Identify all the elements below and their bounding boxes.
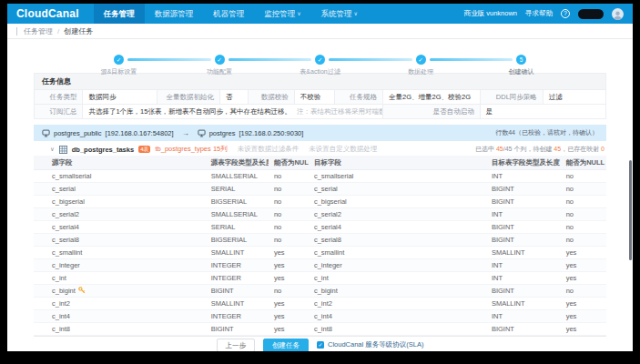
target-field-link[interactable]: c_smallserial — [309, 170, 486, 183]
source-null-cell: yes — [269, 259, 309, 272]
wizard-step-1[interactable]: ✓功能配置 — [215, 55, 225, 65]
avatar[interactable] — [612, 8, 624, 20]
custom-processing-note: 未设置自定义数据处理 — [309, 145, 377, 154]
source-type-cell: BIGSERIAL — [206, 196, 269, 208]
previous-step-button[interactable]: 上一步 — [217, 339, 256, 352]
table-row: c_bigintBIGINTnoc_bigintBIGINTno — [34, 285, 606, 298]
table-name: tb_postgres_types — [155, 145, 210, 153]
step-connector — [430, 58, 513, 61]
wizard-step-2[interactable]: ✓表&action过滤 — [315, 55, 325, 65]
wizard-step-0[interactable]: ✓源&目标设置 — [114, 55, 124, 65]
wizard-stepper: ✓源&目标设置✓功能配置✓表&action过滤✓数据处理5创建确认 — [34, 44, 606, 69]
table-row: c_intINTEGERyesc_intINTyes — [34, 272, 606, 285]
row-count-summary: 行数44（已校验，请核对，待确认） — [495, 128, 598, 137]
info-label-1: 全量数据初始化 — [157, 90, 220, 105]
table-row: c_smallintSMALLINTyesc_smallintSMALLINTy… — [34, 247, 606, 259]
source-type-cell: INTEGER — [206, 310, 269, 323]
wizard-step-4[interactable]: 5创建确认 — [516, 55, 526, 65]
nav-item-2[interactable]: 机器管理 — [203, 4, 254, 24]
column-header-0: 源字段 — [34, 156, 206, 170]
target-type-cell: INT — [486, 272, 561, 285]
subscription-summary-note: 注：表结构迁移将采用对端数据库默认的collation — [297, 107, 383, 116]
nav-item-4[interactable]: 系统管理∨ — [311, 4, 368, 24]
wizard-step-3[interactable]: ✓数据处理 — [416, 55, 426, 65]
step-label: 数据处理 — [408, 67, 433, 76]
source-null-cell: yes — [269, 272, 309, 285]
table-grid-icon — [59, 146, 67, 154]
dark-pill-toggle[interactable] — [578, 9, 604, 19]
column-mapping-table: 源字段源表字段类型及长度能否为NULL目标字段目标表字段类型及长度能否为NULL… — [34, 156, 606, 336]
step-check-icon: ✓ — [114, 55, 124, 65]
target-field-link[interactable]: c_int2 — [309, 298, 486, 310]
source-type-cell: INTEGER — [206, 272, 269, 285]
target-field-link[interactable]: c_bigint — [309, 285, 486, 298]
breadcrumb-root[interactable]: 任务管理 — [24, 26, 53, 36]
target-field-link[interactable]: c_serial4 — [309, 221, 486, 234]
summary-part: 已选中 — [475, 146, 496, 152]
info-label-3: 任务规格 — [334, 90, 382, 105]
nav-item-0[interactable]: 任务管理 — [94, 4, 145, 24]
table-row: c_serial8BIGSERIALnoc_serial8BIGINTno — [34, 234, 606, 247]
footer-bar: 上一步 创建任务 ✓ CloudCanal 服务等级协议(SLA) — [34, 336, 606, 351]
target-field-link[interactable]: c_bigserial — [309, 196, 486, 208]
summary-part: 0 — [601, 146, 604, 152]
target-field-link[interactable]: c_int8 — [309, 323, 486, 336]
chevron-down-icon[interactable]: ∨ — [50, 146, 55, 153]
brand-logo[interactable]: CloudCanal — [16, 7, 79, 20]
help-link[interactable]: 寻求帮助 — [525, 9, 553, 18]
table-column-count: 15列 — [213, 145, 228, 153]
source-null-cell: yes — [269, 310, 309, 323]
table-row: c_serial2SMALLSERIALnoc_serial2INTno — [34, 208, 606, 221]
source-null-cell: no — [269, 196, 309, 208]
sla-checkbox[interactable]: ✓ — [317, 341, 324, 349]
target-type-cell: BIGINT — [486, 221, 561, 234]
sla-agreement-label[interactable]: CloudCanal 服务等级协议(SLA) — [328, 340, 423, 349]
step-check-icon: ✓ — [215, 55, 225, 65]
source-type-cell: BIGINT — [206, 285, 269, 298]
target-type-cell: BIGINT — [486, 196, 561, 208]
info-value-2: 不校验 — [294, 90, 334, 105]
target-field-link[interactable]: c_serial — [309, 183, 486, 196]
table-row: c_integerINTEGERyesc_integerINTyes — [34, 259, 606, 272]
target-field-link[interactable]: c_serial2 — [309, 208, 486, 221]
target-field-link[interactable]: c_int4 — [309, 310, 486, 323]
target-field-link[interactable]: c_int — [309, 272, 486, 285]
target-null-cell: yes — [561, 247, 606, 259]
column-header-5: 能否为NULL — [561, 156, 606, 170]
target-field-link[interactable]: c_serial8 — [309, 234, 486, 247]
breadcrumb-separator: / — [57, 27, 59, 35]
auto-start-value: 是 — [480, 105, 605, 119]
nav-item-1[interactable]: 数据源管理 — [145, 4, 204, 24]
target-field-link[interactable]: c_integer — [309, 259, 486, 272]
database-icon — [42, 129, 50, 137]
table-name-link[interactable]: tb_postgres_types 15列 — [155, 145, 227, 154]
source-type-cell: SERIAL — [206, 221, 269, 234]
step-label: 表&action过滤 — [300, 67, 340, 76]
table-row: c_smallserialSMALLSERIALnoc_smallserialI… — [34, 170, 606, 183]
app-window: CloudCanal 任务管理数据源管理机器管理监控管理∨系统管理∨ 商业版 v… — [7, 4, 633, 351]
selected-columns-summary: 已选中 45/45 个列，待创建 45，已存在映射 0 — [475, 145, 604, 154]
create-task-button[interactable]: 创建任务 — [263, 339, 309, 352]
step-label: 源&目标设置 — [101, 67, 137, 76]
source-field-cell: c_smallint — [34, 247, 206, 259]
target-null-cell: yes — [561, 310, 606, 323]
question-icon[interactable]: ? — [561, 9, 570, 18]
source-type-cell: BIGSERIAL — [206, 234, 269, 247]
nav-item-3[interactable]: 监控管理∨ — [254, 4, 310, 24]
source-field-cell: c_serial2 — [34, 208, 206, 221]
filter-note: 未设置数据过滤条件 — [238, 145, 300, 154]
source-null-cell: yes — [269, 247, 309, 259]
step-number: 5 — [516, 55, 526, 65]
table-row: c_serialSERIALnoc_serialBIGINTno — [34, 183, 606, 196]
source-null-cell: no — [269, 285, 309, 298]
subscription-summary-value: 共选择了1个库，15张表，新增表不自动同步，其中存在结构迁移。 注：表结构迁移将… — [83, 105, 383, 119]
summary-part: /45 个列，待创建 — [503, 146, 554, 152]
source-type-cell: SERIAL — [206, 183, 269, 196]
source-null-cell: yes — [269, 323, 309, 336]
target-type-cell: BIGINT — [486, 285, 561, 298]
column-header-2: 能否为NULL — [269, 156, 309, 170]
step-check-icon: ✓ — [416, 55, 426, 65]
target-field-link[interactable]: c_smallint — [309, 247, 486, 259]
vertical-scrollbar-thumb[interactable] — [629, 160, 632, 260]
table-row: c_int2SMALLINTyesc_int2SMALLINTyes — [34, 298, 606, 310]
